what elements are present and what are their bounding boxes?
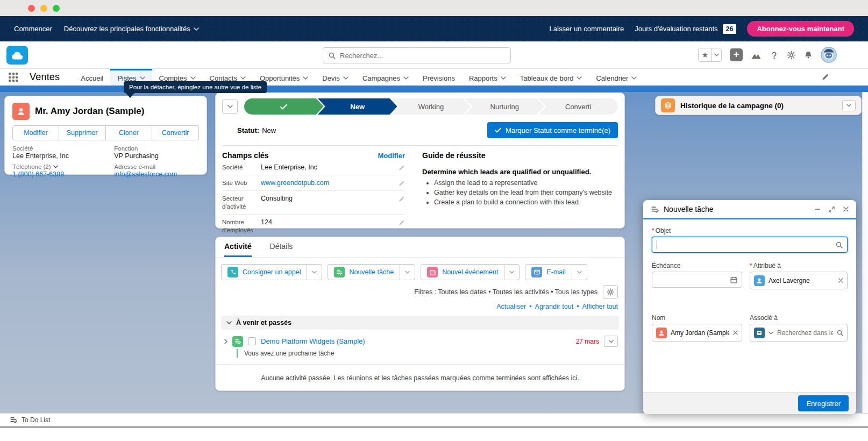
minimize-window-button[interactable] xyxy=(40,5,47,12)
expand-modal-icon[interactable] xyxy=(829,207,835,212)
close-modal-icon[interactable] xyxy=(843,207,849,212)
activity-filters-gear-button[interactable] xyxy=(603,285,618,299)
save-button[interactable]: Enregistrer xyxy=(798,395,849,411)
todo-list-label[interactable]: To Do List xyxy=(22,416,50,424)
user-avatar[interactable] xyxy=(821,47,837,63)
new-event-button[interactable]: Nouvel événement xyxy=(421,264,504,280)
no-past-activity-text: Aucune activité passée. Les réunions et … xyxy=(216,365,624,382)
tab-details[interactable]: Détails xyxy=(270,242,293,257)
discover-features-link[interactable]: Découvrez les principales fonctionnalité… xyxy=(64,25,199,33)
modal-title: Nouvelle tâche xyxy=(664,205,714,214)
collapse-path-button[interactable] xyxy=(222,99,238,114)
chevron-down-icon[interactable] xyxy=(53,165,58,168)
tab-activite[interactable]: Activité xyxy=(224,242,252,257)
email-dropdown[interactable] xyxy=(572,264,587,280)
assigned-to-chip[interactable]: Axel Lavergne xyxy=(750,272,848,289)
tab-calendrier[interactable]: Calendrier xyxy=(589,69,644,86)
mail-icon xyxy=(531,267,542,278)
help-icon[interactable] xyxy=(770,51,779,60)
chevron-down-icon xyxy=(769,331,773,335)
remove-assigned-icon[interactable] xyxy=(838,278,843,283)
commencer-link[interactable]: Commencer xyxy=(14,25,52,33)
path-stage-nurturing[interactable]: Nurturing xyxy=(465,98,544,115)
modifier-button[interactable]: Modifier xyxy=(12,125,59,140)
edit-pencil-icon[interactable] xyxy=(399,219,405,226)
global-actions-icon[interactable]: + xyxy=(730,48,743,61)
chevron-down-icon xyxy=(312,271,317,274)
key-fields-edit-link[interactable]: Modifier xyxy=(378,152,405,160)
supprimer-button[interactable]: Supprimer xyxy=(59,125,106,140)
log-a-call-dropdown[interactable] xyxy=(307,264,322,280)
calendar-icon[interactable] xyxy=(730,276,737,283)
app-launcher-icon[interactable] xyxy=(9,73,18,82)
record-title: Mr. Amy Jordan (Sample) xyxy=(35,106,144,117)
global-search[interactable] xyxy=(323,47,511,63)
text-caret xyxy=(657,240,657,249)
task-checkbox[interactable] xyxy=(248,337,256,345)
remove-name-icon[interactable] xyxy=(733,330,738,335)
chevron-right-icon[interactable] xyxy=(224,339,227,344)
due-date-input[interactable] xyxy=(652,272,742,288)
chevron-down-icon xyxy=(403,76,409,80)
upcoming-overdue-section[interactable]: À venir et passés xyxy=(221,316,619,330)
tab-previsions[interactable]: Prévisions xyxy=(416,69,462,86)
refresh-link[interactable]: Actualiser xyxy=(496,303,526,310)
page-scrollbar[interactable] xyxy=(862,92,868,413)
setup-gear-icon[interactable] xyxy=(787,51,796,60)
notifications-bell-icon[interactable] xyxy=(804,51,813,59)
new-task-dropdown[interactable] xyxy=(400,264,415,280)
object-picker-dropdown[interactable] xyxy=(769,331,773,335)
tab-campagnes[interactable]: Campagnes xyxy=(355,69,416,86)
tab-devis[interactable]: Devis xyxy=(315,69,355,86)
path-stage-working[interactable]: Working xyxy=(392,98,471,115)
tab-tableaux-de-bord[interactable]: Tableaux de bord xyxy=(513,69,589,86)
edit-pencil-icon[interactable] xyxy=(399,196,405,202)
path-stage-converti[interactable]: Converti xyxy=(538,98,618,115)
related-to-combobox[interactable]: Recherchez dans le xyxy=(750,324,848,342)
search-input[interactable] xyxy=(340,52,505,60)
new-task-button[interactable]: Nouvelle tâche xyxy=(328,264,400,280)
favorites-dropdown[interactable] xyxy=(712,48,721,61)
star-icon[interactable]: ★ xyxy=(699,48,712,61)
task-actions-dropdown[interactable] xyxy=(604,336,618,347)
person-icon xyxy=(17,107,25,116)
edit-pencil-icon[interactable] xyxy=(399,180,405,187)
search-icon xyxy=(836,241,843,248)
mark-status-complete-button[interactable]: Marquer Statut comme terminé(e) xyxy=(487,122,618,138)
guidance-bullets: Assign the lead to a representative Gath… xyxy=(434,179,618,206)
path-stage-complete[interactable] xyxy=(244,98,324,115)
new-event-dropdown[interactable] xyxy=(504,264,520,280)
subscribe-button[interactable]: Abonnez-vous maintenant xyxy=(747,21,854,37)
path-stage-new[interactable]: New xyxy=(318,98,397,115)
feedback-link[interactable]: Laisser un commentaire xyxy=(550,25,624,33)
cloner-button[interactable]: Cloner xyxy=(106,125,153,140)
zoom-window-button[interactable] xyxy=(53,5,60,12)
tab-accueil[interactable]: Accueil xyxy=(74,69,110,86)
campaign-history-dropdown[interactable] xyxy=(842,100,856,111)
expand-all-link[interactable]: Agrandir tout xyxy=(535,303,574,310)
tab-rapports[interactable]: Rapports xyxy=(462,69,513,86)
minimize-modal-icon[interactable] xyxy=(815,209,820,210)
log-a-call-button[interactable]: Consigner un appel xyxy=(221,264,307,280)
view-all-link[interactable]: Afficher tout xyxy=(582,303,618,310)
window-bottom-border xyxy=(0,426,868,428)
email-link[interactable]: info@salesforce.com xyxy=(114,170,199,178)
task-title-link[interactable]: Demo Platform Widgets (Sample) xyxy=(261,337,365,345)
name-label: Nom xyxy=(652,314,742,322)
cloud-icon xyxy=(10,51,24,60)
key-field-row: Société Lee Enterprise, Inc xyxy=(222,160,405,175)
phone-link[interactable]: 1 (800) 667-6389 xyxy=(12,170,114,178)
favorites-button[interactable]: ★ xyxy=(698,48,722,62)
convertir-button[interactable]: Convertir xyxy=(152,125,199,140)
edit-nav-pencil-icon[interactable] xyxy=(822,73,829,81)
website-link[interactable]: www.greendotpub.com xyxy=(255,179,399,187)
chevron-down-icon xyxy=(501,76,506,80)
trial-days-badge: 26 xyxy=(723,24,737,34)
trailhead-icon[interactable] xyxy=(751,51,762,60)
name-chip[interactable]: Amy Jordan (Sample) xyxy=(652,324,742,342)
due-date-field: Échéance xyxy=(652,262,742,289)
close-window-button[interactable] xyxy=(28,5,35,12)
subject-input[interactable] xyxy=(652,237,848,253)
email-button[interactable]: E-mail xyxy=(525,264,572,280)
edit-pencil-icon[interactable] xyxy=(399,165,405,171)
